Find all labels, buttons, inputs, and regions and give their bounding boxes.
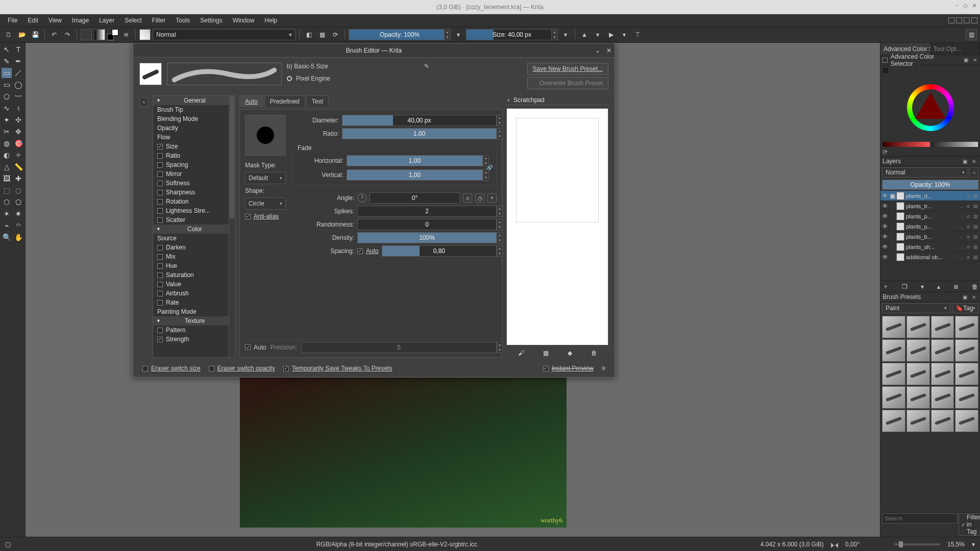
dynamic-brush-tool-icon[interactable]: ✦ — [2, 115, 12, 125]
select-similar-tool-icon[interactable]: ✷ — [13, 209, 23, 219]
brush-preset[interactable] — [931, 363, 954, 385]
settings-item[interactable]: Mirror — [153, 169, 229, 179]
shape-combo[interactable]: Circle▾ — [245, 197, 286, 210]
save-preset-button[interactable]: Save New Brush Preset... — [527, 63, 608, 75]
menu-layer[interactable]: Layer — [94, 15, 119, 26]
settings-item[interactable]: Scatter — [153, 215, 229, 224]
lock-icon[interactable]: … — [958, 234, 964, 240]
layer-row[interactable]: 👁plants_sh...…α▤ — [880, 242, 980, 252]
smart-patch-tool-icon[interactable]: ✚ — [13, 173, 23, 184]
brush-preset[interactable] — [906, 410, 930, 432]
lock-icon[interactable]: … — [958, 254, 964, 260]
settings-item[interactable]: Source — [153, 234, 229, 243]
settings-item[interactable]: Blending Mode — [153, 114, 229, 123]
settings-group-header[interactable]: ▼General — [153, 96, 229, 105]
measure-tool-icon[interactable]: 📏 — [13, 162, 23, 172]
anti-alias-checkbox[interactable]: ✓Anti-alias — [245, 213, 286, 220]
more-icon[interactable]: ▤ — [972, 223, 978, 230]
edit-shapes-tool-icon[interactable]: ✎ — [2, 56, 12, 66]
chevron-down-icon[interactable]: ▾ — [592, 29, 603, 40]
density-input[interactable]: 100%▲▼ — [357, 232, 497, 243]
hue-ring[interactable] — [907, 84, 954, 131]
settings-item[interactable]: Pattern — [153, 325, 229, 335]
color-history-bar[interactable] — [880, 141, 980, 148]
settings-item[interactable]: ✓Size — [153, 142, 229, 151]
visibility-icon[interactable]: 👁 — [882, 243, 888, 251]
brush-preset[interactable] — [931, 316, 954, 338]
more-icon[interactable]: ▤ — [972, 193, 978, 199]
layer-row[interactable]: 👁additional ob...…α▤ — [880, 252, 980, 262]
alpha-icon[interactable]: α — [965, 193, 971, 199]
brush-preset[interactable] — [931, 386, 954, 409]
selection-mode-icon[interactable]: ▢ — [5, 541, 11, 548]
alpha-icon[interactable]: α — [965, 254, 971, 260]
settings-item[interactable]: Value — [153, 280, 229, 289]
mirror-h-icon[interactable]: ▲ — [579, 29, 590, 40]
settings-item[interactable]: ✓Strength — [153, 335, 229, 344]
brush-preset[interactable] — [955, 410, 978, 432]
fill-bg-icon[interactable]: ◆ — [568, 349, 572, 357]
filter-in-tag-toggle[interactable]: ✓ Filter in Tag — [959, 513, 980, 536]
settings-item[interactable]: Rotation — [153, 197, 229, 206]
polyline-tool-icon[interactable]: 〰 — [13, 91, 23, 102]
brush-preset[interactable] — [882, 316, 905, 338]
more-icon[interactable]: ▤ — [972, 203, 978, 209]
layer-blend-combo[interactable]: Normal▾ — [882, 167, 968, 178]
brush-preset[interactable] — [906, 339, 930, 362]
visibility-icon[interactable]: 👁 — [882, 192, 888, 199]
line-tool-icon[interactable]: ／ — [13, 68, 23, 78]
bezier-tool-icon[interactable]: ∿ — [2, 103, 12, 113]
settings-item[interactable]: Airbrush — [153, 289, 229, 298]
select-bezier-tool-icon[interactable]: ⌁ — [2, 220, 12, 231]
instant-preview-checkbox[interactable]: ✓Instant Preview — [543, 365, 594, 372]
alpha-icon[interactable]: α — [965, 244, 971, 250]
duplicate-layer-icon[interactable]: ❐ — [902, 283, 908, 290]
brush-preset[interactable] — [882, 410, 905, 432]
menu-help[interactable]: Help — [259, 15, 282, 26]
brush-preset[interactable] — [955, 316, 978, 338]
angle-lock-icon[interactable]: ⌖ — [487, 193, 497, 203]
delete-layer-icon[interactable]: 🗑 — [972, 283, 978, 290]
brush-preset-chip[interactable] — [139, 29, 151, 40]
more-icon[interactable]: ▤ — [972, 254, 978, 260]
precision-auto-checkbox[interactable]: ✓Auto — [245, 344, 266, 351]
settings-item[interactable]: Brush Tip — [153, 105, 229, 114]
pan-tool-icon[interactable]: ✋ — [13, 232, 23, 242]
menu-settings[interactable]: Settings — [195, 15, 227, 26]
brush-preset[interactable] — [955, 386, 978, 409]
settings-item[interactable]: Darken — [153, 243, 229, 252]
pattern-swatch[interactable] — [81, 29, 92, 40]
color-selector[interactable] — [880, 74, 980, 141]
settings-item[interactable]: Saturation — [153, 270, 229, 280]
float-dock-icon[interactable]: ▣ — [963, 294, 969, 300]
preset-tag-combo[interactable]: Paint▾ — [882, 303, 950, 313]
float-dock-icon[interactable]: ▣ — [963, 57, 969, 63]
mirror-v-icon[interactable]: ▶ — [605, 29, 617, 40]
ellipse-tool-icon[interactable]: ◯ — [13, 80, 23, 90]
angle-input[interactable]: 0° — [370, 192, 460, 204]
fg-bg-swatch[interactable] — [107, 29, 118, 40]
menu-file[interactable]: File — [3, 15, 22, 26]
freehand-path-tool-icon[interactable]: ଽ — [13, 103, 23, 113]
randomness-input[interactable]: 0▲▼ — [357, 219, 497, 230]
close-dock-icon[interactable]: ✕ — [972, 159, 978, 164]
fade-v-input[interactable]: 1,00▲▼ — [347, 169, 483, 181]
visibility-icon[interactable]: 👁 — [882, 254, 888, 261]
float-dock-icon[interactable]: ▣ — [963, 159, 969, 164]
brush-preset[interactable] — [882, 386, 905, 409]
zoom-dropdown-icon[interactable]: ▾ — [972, 541, 975, 548]
settings-group-header[interactable]: ▼Texture — [153, 316, 229, 325]
layer-row[interactable]: 👁plants_b...…α▤ — [880, 232, 980, 242]
tab-auto[interactable]: Auto — [239, 95, 263, 107]
select-poly-tool-icon[interactable]: ⬠ — [13, 197, 23, 207]
visibility-icon[interactable]: 👁 — [882, 223, 888, 230]
chevron-down-icon[interactable]: ▾ — [560, 29, 571, 40]
window-close-icon[interactable]: ✕ — [971, 3, 977, 8]
color-config-icon[interactable]: ▤ — [883, 66, 888, 73]
brush-preset[interactable] — [882, 339, 905, 362]
crop-tool-icon[interactable]: ✂ — [2, 127, 12, 137]
visibility-icon[interactable]: 👁 — [882, 213, 888, 220]
angle-dial[interactable] — [357, 193, 366, 203]
menu-image[interactable]: Image — [67, 15, 94, 26]
spikes-input[interactable]: 2▲▼ — [357, 206, 497, 217]
